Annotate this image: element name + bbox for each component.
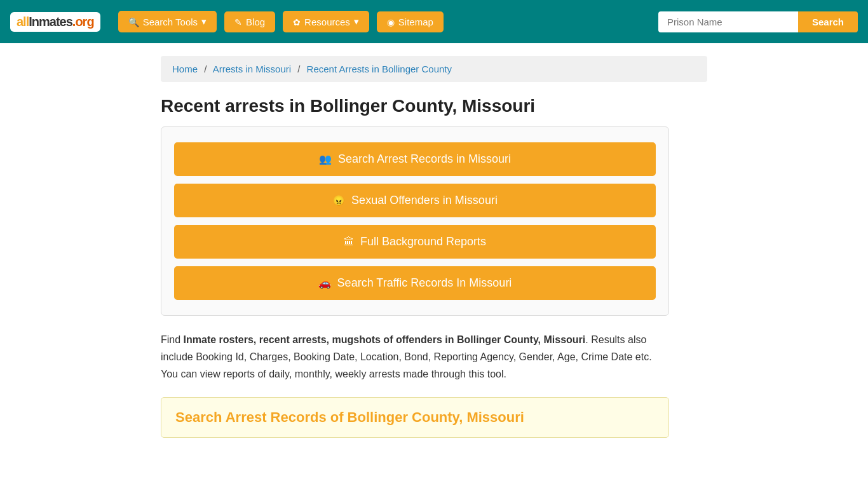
description: Find Inmate rosters, recent arrests, mug… <box>161 331 669 383</box>
search-tools-icon <box>128 17 139 27</box>
background-reports-button[interactable]: Full Background Reports <box>174 225 656 259</box>
main-content: Home / Arrests in Missouri / Recent Arre… <box>142 43 726 451</box>
search-tools-chevron: ▾ <box>201 16 207 27</box>
angry-icon <box>332 194 345 207</box>
prison-search-button[interactable]: Search <box>798 11 858 32</box>
breadcrumb-sep-1: / <box>204 64 207 74</box>
actions-card: Search Arrest Records in Missouri Sexual… <box>161 126 669 316</box>
resources-label: Resources <box>304 17 350 27</box>
resources-chevron: ▾ <box>354 16 359 27</box>
logo-all: all <box>17 15 29 29</box>
search-arrest-records-button[interactable]: Search Arrest Records in Missouri <box>174 142 656 176</box>
traffic-records-label: Search Traffic Records In Missouri <box>337 276 512 290</box>
logo-inmates: Inmates <box>29 15 72 29</box>
sitemap-label: Sitemap <box>398 17 433 27</box>
search-tools-label: Search Tools <box>143 17 198 27</box>
blog-label: Blog <box>246 17 265 27</box>
background-reports-label: Full Background Reports <box>360 235 486 248</box>
logo-org: .org <box>72 15 94 29</box>
building-icon <box>344 235 354 248</box>
people-icon <box>319 152 332 166</box>
description-intro: Find <box>161 334 184 345</box>
description-bold: Inmate rosters, recent arrests, mugshots… <box>184 334 586 345</box>
prison-search-label: Search <box>812 17 844 27</box>
traffic-records-button[interactable]: Search Traffic Records In Missouri <box>174 266 656 300</box>
search-tools-button[interactable]: Search Tools ▾ <box>118 11 217 32</box>
resources-icon <box>293 17 301 27</box>
sexual-offenders-label: Sexual Offenders in Missouri <box>351 194 498 207</box>
search-section-title: Search Arrest Records of Bollinger Count… <box>175 409 654 426</box>
site-logo[interactable]: allInmates.org <box>10 12 100 32</box>
sexual-offenders-button[interactable]: Sexual Offenders in Missouri <box>174 184 656 217</box>
sitemap-icon <box>387 17 395 27</box>
prison-search-area: Search <box>658 11 858 32</box>
breadcrumb-sep-2: / <box>297 64 300 74</box>
car-icon <box>318 276 331 290</box>
breadcrumb-home[interactable]: Home <box>172 64 198 74</box>
sitemap-button[interactable]: Sitemap <box>377 11 444 32</box>
breadcrumb: Home / Arrests in Missouri / Recent Arre… <box>161 56 707 82</box>
blog-button[interactable]: Blog <box>224 11 275 32</box>
search-arrest-label: Search Arrest Records in Missouri <box>338 152 511 166</box>
breadcrumb-current: Recent Arrests in Bollinger County <box>307 64 452 74</box>
search-section: Search Arrest Records of Bollinger Count… <box>161 397 669 438</box>
navbar: allInmates.org Search Tools ▾ Blog Resou… <box>0 0 868 43</box>
breadcrumb-arrests[interactable]: Arrests in Missouri <box>213 64 291 74</box>
blog-icon <box>234 17 242 27</box>
resources-button[interactable]: Resources ▾ <box>283 11 369 32</box>
page-title: Recent arrests in Bollinger County, Miss… <box>161 96 707 116</box>
prison-name-input[interactable] <box>658 11 798 32</box>
